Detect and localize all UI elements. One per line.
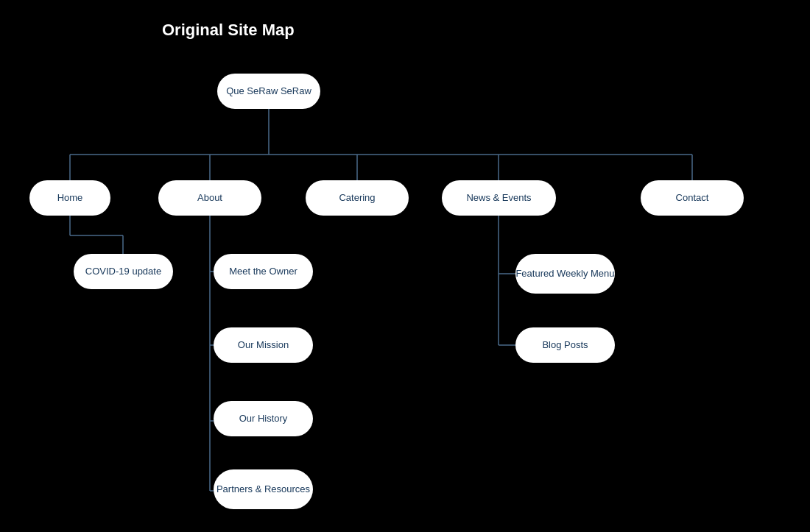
node-catering: Catering [306,180,409,216]
node-featured: Featured Weekly Menu [515,254,615,294]
node-history: Our History [214,401,313,436]
page-title: Original Site Map [162,21,295,40]
node-contact: Contact [641,180,744,216]
node-covid: COVID-19 update [74,254,173,289]
node-news: News & Events [442,180,556,216]
node-partners: Partners & Resources [214,469,313,509]
node-mission: Our Mission [214,327,313,363]
node-blog: Blog Posts [515,327,615,363]
node-about: About [158,180,261,216]
node-home: Home [29,180,110,216]
node-meet: Meet the Owner [214,254,313,289]
node-root: Que SeRaw SeRaw [217,74,320,109]
